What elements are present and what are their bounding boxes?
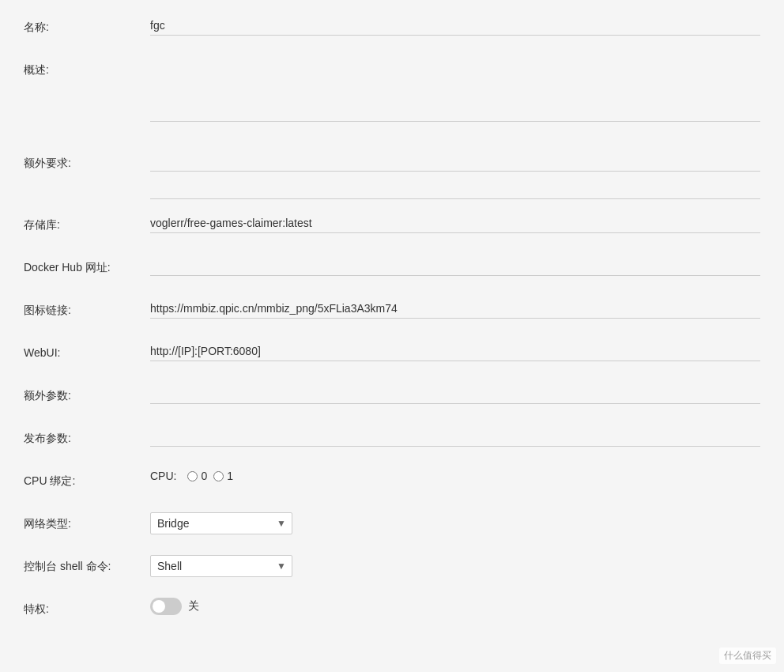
privilege-state-label: 关 <box>188 599 199 613</box>
network-select[interactable]: Bridge Host None <box>150 512 292 534</box>
webui-label: WebUI: <box>24 342 150 359</box>
extra-req-field <box>150 152 760 172</box>
toggle-slider <box>150 598 182 615</box>
icon-field <box>150 299 760 319</box>
desc-field <box>150 59 760 124</box>
privilege-label: 特权: <box>24 598 150 617</box>
extra-req-row: 额外要求: <box>24 152 760 199</box>
icon-input[interactable] <box>150 299 760 319</box>
name-label: 名称: <box>24 16 150 35</box>
console-label: 控制台 shell 命令: <box>24 555 150 574</box>
cpu-radio-0[interactable] <box>187 471 198 481</box>
cpu-label: CPU: <box>150 470 176 482</box>
cpu-radio-group: 0 1 <box>187 470 233 482</box>
storage-input[interactable] <box>150 213 760 233</box>
privilege-field: 关 <box>150 598 760 615</box>
extra-param-input[interactable] <box>150 384 760 404</box>
dockerhub-label: Docker Hub 网址: <box>24 256 150 275</box>
toggle-row: 关 <box>150 598 760 615</box>
console-row: 控制台 shell 命令: Shell bash sh ▼ <box>24 555 760 583</box>
cpu-radio-item-0: 0 <box>187 470 207 482</box>
icon-row: 图标链接: <box>24 299 760 327</box>
publish-param-field <box>150 427 760 447</box>
network-select-wrapper: Bridge Host None ▼ <box>150 512 292 534</box>
icon-label: 图标链接: <box>24 299 150 318</box>
watermark: 什么值得买 <box>719 647 776 664</box>
extra-param-label: 额外参数: <box>24 384 150 403</box>
publish-param-input[interactable] <box>150 427 760 447</box>
network-label: 网络类型: <box>24 512 150 531</box>
cpu-radio-0-label: 0 <box>201 470 207 482</box>
storage-row: 存储库: <box>24 213 760 242</box>
extra-req-spacer <box>24 179 150 184</box>
console-field: Shell bash sh ▼ <box>150 555 760 577</box>
console-select[interactable]: Shell bash sh <box>150 555 292 577</box>
extra-req-input-1[interactable] <box>150 152 760 172</box>
extra-req-field-2 <box>150 179 760 199</box>
extra-param-row: 额外参数: <box>24 384 760 413</box>
webui-row: WebUI: <box>24 342 760 370</box>
privilege-row: 特权: 关 <box>24 598 760 626</box>
cpu-radio-container: CPU: 0 1 <box>150 470 760 482</box>
cpu-bind-label: CPU 绑定: <box>24 470 150 489</box>
network-row: 网络类型: Bridge Host None ▼ <box>24 512 760 541</box>
network-field: Bridge Host None ▼ <box>150 512 760 534</box>
extra-param-field <box>150 384 760 404</box>
dockerhub-field <box>150 256 760 276</box>
publish-param-row: 发布参数: <box>24 427 760 455</box>
storage-label: 存储库: <box>24 213 150 232</box>
form-container: 名称: 概述: 额外要求: 存储库: <box>0 0 784 656</box>
extra-req-input-2[interactable] <box>150 179 760 199</box>
cpu-radio-1[interactable] <box>213 471 224 481</box>
dockerhub-row: Docker Hub 网址: <box>24 256 760 285</box>
publish-param-label: 发布参数: <box>24 427 150 446</box>
webui-field <box>150 342 760 361</box>
desc-row: 概述: <box>24 59 760 138</box>
cpu-radio-item-1: 1 <box>213 470 233 482</box>
name-field <box>150 16 760 36</box>
cpu-radio-1-label: 1 <box>227 470 233 482</box>
extra-req-label: 额外要求: <box>24 152 150 171</box>
desc-textarea[interactable] <box>150 59 760 122</box>
cpu-bind-field: CPU: 0 1 <box>150 470 760 482</box>
dockerhub-input[interactable] <box>150 256 760 276</box>
storage-field <box>150 213 760 233</box>
desc-label: 概述: <box>24 59 150 77</box>
name-input[interactable] <box>150 16 760 36</box>
name-row: 名称: <box>24 16 760 44</box>
webui-input[interactable] <box>150 342 760 361</box>
console-select-wrapper: Shell bash sh ▼ <box>150 555 292 577</box>
cpu-bind-row: CPU 绑定: CPU: 0 1 <box>24 470 760 498</box>
privilege-toggle[interactable] <box>150 598 182 615</box>
